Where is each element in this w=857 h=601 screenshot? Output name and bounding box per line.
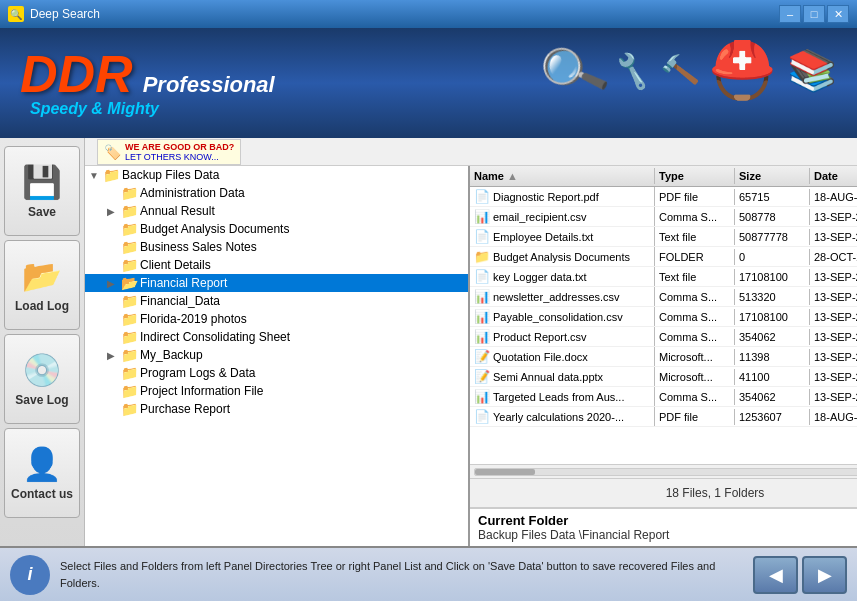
bottom-bar: i Select Files and Folders from left Pan…	[0, 546, 857, 601]
table-row[interactable]: 📄key Logger data.txtText file1710810013-…	[470, 267, 857, 287]
col-name: Name ▲	[470, 168, 655, 184]
tree-item-admin[interactable]: 📁 Administration Data	[85, 184, 468, 202]
expand-icon: ▶	[107, 206, 119, 217]
contact-button[interactable]: 👤 Contact us	[4, 428, 80, 518]
file-date: 13-SEP-2021	[810, 389, 857, 405]
save-button[interactable]: 💾 Save	[4, 146, 80, 236]
table-row[interactable]: 📊newsletter_addresses.csvComma S...51332…	[470, 287, 857, 307]
file-type: Comma S...	[655, 289, 735, 305]
app-title: Deep Search	[30, 7, 100, 21]
tree-item-purchase[interactable]: 📁 Purchase Report	[85, 400, 468, 418]
current-folder: Current Folder Backup Files Data \Financ…	[470, 508, 857, 546]
tree-item-program-logs[interactable]: 📁 Program Logs & Data	[85, 364, 468, 382]
save-label: Save	[28, 205, 56, 219]
tree-item-label: Florida-2019 photos	[140, 312, 247, 326]
minimize-button[interactable]: –	[779, 5, 801, 23]
col-type: Type	[655, 168, 735, 184]
file-type-icon: 📝	[474, 349, 490, 364]
helmet-icon: ⛑️	[708, 38, 777, 103]
file-type: Comma S...	[655, 209, 735, 225]
tree-item-budget[interactable]: 📁 Budget Analysis Documents	[85, 220, 468, 238]
table-row[interactable]: 📝Quotation File.docxMicrosoft...1139813-…	[470, 347, 857, 367]
logo-professional: Professional	[143, 72, 275, 98]
file-type: Microsoft...	[655, 369, 735, 385]
tree-item-label: Administration Data	[140, 186, 245, 200]
file-name: 📝Semi Annual data.pptx	[470, 367, 655, 386]
table-row[interactable]: 📄Diagnostic Report.pdfPDF file6571518-AU…	[470, 187, 857, 207]
contact-icon: 👤	[22, 445, 62, 483]
file-date: 13-SEP-2021	[810, 369, 857, 385]
col-size: Size	[735, 168, 810, 184]
next-button[interactable]: ▶	[802, 556, 847, 594]
file-type-icon: 📄	[474, 189, 490, 204]
file-count-status: 18 Files, 1 Folders	[470, 478, 857, 508]
file-size: 354062	[735, 329, 810, 345]
horizontal-scrollbar[interactable]	[470, 464, 857, 478]
close-button[interactable]: ✕	[827, 5, 849, 23]
tree-item-label: Business Sales Notes	[140, 240, 257, 254]
table-row[interactable]: 📊Product Report.csvComma S...35406213-SE…	[470, 327, 857, 347]
tree-item-mybackup[interactable]: ▶ 📁 My_Backup	[85, 346, 468, 364]
tree-item-indirect[interactable]: 📁 Indirect Consolidating Sheet	[85, 328, 468, 346]
file-name: 📊Payable_consolidation.csv	[470, 307, 655, 326]
load-log-button[interactable]: 📂 Load Log	[4, 240, 80, 330]
folder-tree[interactable]: ▼ 📁 Backup Files Data 📁 Administration D…	[85, 166, 470, 546]
table-row[interactable]: 📊email_recipient.csvComma S...50877813-S…	[470, 207, 857, 227]
table-row[interactable]: 📝Semi Annual data.pptxMicrosoft...411001…	[470, 367, 857, 387]
tree-item-label: Indirect Consolidating Sheet	[140, 330, 290, 344]
tree-item-business[interactable]: 📁 Business Sales Notes	[85, 238, 468, 256]
expand-icon: ▶	[107, 278, 119, 289]
file-size: 11398	[735, 349, 810, 365]
rating-text1: WE ARE GOOD OR BAD?	[125, 142, 234, 152]
file-name: 📄Employee Details.txt	[470, 227, 655, 246]
file-type: Comma S...	[655, 309, 735, 325]
table-row[interactable]: 📄Yearly calculations 2020-...PDF file125…	[470, 407, 857, 427]
rating-banner[interactable]: 🏷️ WE ARE GOOD OR BAD? LET OTHERS KNOW..…	[97, 139, 241, 165]
save-log-label: Save Log	[15, 393, 68, 407]
file-type: Microsoft...	[655, 349, 735, 365]
file-type-icon: 📄	[474, 229, 490, 244]
file-name: 📊newsletter_addresses.csv	[470, 287, 655, 306]
logo-ddr: DDR	[20, 48, 133, 100]
tree-item-financial-data[interactable]: 📁 Financial_Data	[85, 292, 468, 310]
expand-icon: ▶	[107, 350, 119, 361]
tree-item-client[interactable]: 📁 Client Details	[85, 256, 468, 274]
file-size: 0	[735, 249, 810, 265]
file-name: 📊email_recipient.csv	[470, 207, 655, 226]
file-date: 13-SEP-2021	[810, 269, 857, 285]
table-row[interactable]: 📊Payable_consolidation.csvComma S...1710…	[470, 307, 857, 327]
file-panel: Name ▲ Type Size Date Time 📄Diagnostic R…	[470, 166, 857, 546]
file-name: 📄Yearly calculations 2020-...	[470, 407, 655, 426]
tree-item-financial-report[interactable]: ▶ 📂 Financial Report	[85, 274, 468, 292]
table-row[interactable]: 📄Employee Details.txtText file5087777813…	[470, 227, 857, 247]
content-area: 🏷️ WE ARE GOOD OR BAD? LET OTHERS KNOW..…	[85, 138, 857, 546]
tree-item-florida[interactable]: 📁 Florida-2019 photos	[85, 310, 468, 328]
header-decorations: 🔍 🔧 🔨 ⛑️ 📚	[542, 38, 837, 103]
header-banner: DDR Professional Speedy & Mighty 🔍 🔧 🔨 ⛑…	[0, 28, 857, 138]
current-folder-path: Backup Files Data \Financial Report	[478, 528, 857, 542]
expand-icon: ▼	[89, 170, 101, 181]
prev-button[interactable]: ◀	[753, 556, 798, 594]
maximize-button[interactable]: □	[803, 5, 825, 23]
file-list-body[interactable]: 📄Diagnostic Report.pdfPDF file6571518-AU…	[470, 187, 857, 464]
tree-item-project[interactable]: 📁 Project Information File	[85, 382, 468, 400]
file-type-icon: 📊	[474, 209, 490, 224]
load-log-icon: 📂	[22, 257, 62, 295]
info-icon: i	[10, 555, 50, 595]
save-log-button[interactable]: 💿 Save Log	[4, 334, 80, 424]
file-name: 📁Budget Analysis Documents	[470, 247, 655, 266]
main-area: 💾 Save 📂 Load Log 💿 Save Log 👤 Contact u…	[0, 138, 857, 546]
window-controls: – □ ✕	[779, 5, 849, 23]
tree-item-annual[interactable]: ▶ 📁 Annual Result	[85, 202, 468, 220]
file-name: 📊Targeted Leads from Aus...	[470, 387, 655, 406]
file-type: PDF file	[655, 189, 735, 205]
tree-item-label: Project Information File	[140, 384, 263, 398]
table-row[interactable]: 📁Budget Analysis DocumentsFOLDER028-OCT-…	[470, 247, 857, 267]
table-row[interactable]: 📊Targeted Leads from Aus...Comma S...354…	[470, 387, 857, 407]
rating-text2: LET OTHERS KNOW...	[125, 152, 234, 162]
tree-item-label: Budget Analysis Documents	[140, 222, 289, 236]
file-type-icon: 📄	[474, 269, 490, 284]
file-name: 📄key Logger data.txt	[470, 267, 655, 286]
file-size: 17108100	[735, 309, 810, 325]
tree-item-root[interactable]: ▼ 📁 Backup Files Data	[85, 166, 468, 184]
